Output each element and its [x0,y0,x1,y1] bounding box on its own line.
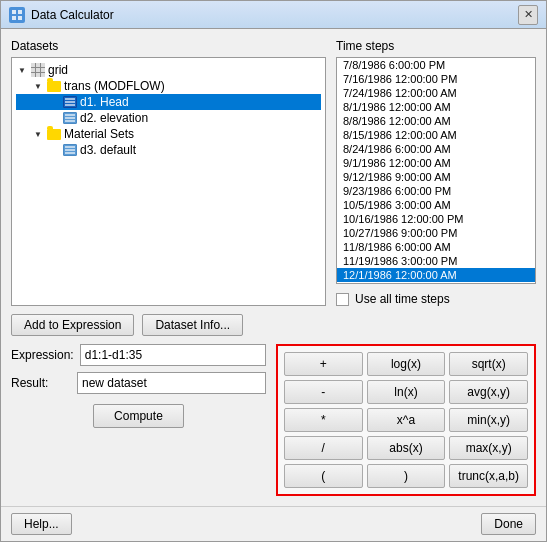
dataset-info-button[interactable]: Dataset Info... [142,314,243,336]
tree-item-trans[interactable]: ▼ trans (MODFLOW) [16,78,321,94]
timestep-item[interactable]: 7/8/1986 6:00:00 PM [337,58,535,72]
result-input[interactable] [77,372,266,394]
tree-label-trans: trans (MODFLOW) [64,79,165,93]
calc-btn-sqrtx[interactable]: sqrt(x) [449,352,528,376]
dataset-icon-d1 [63,95,77,109]
middle-section: Expression: Result: Compute +log(x)sqrt(… [11,344,536,496]
svg-rect-1 [18,10,22,14]
timestep-item[interactable]: 10/5/1986 3:00:00 AM [337,198,535,212]
expr-compute-panel: Expression: Result: Compute [11,344,266,428]
timestep-item[interactable]: 10/16/1986 12:00:00 PM [337,212,535,226]
tree-label-d2: d2. elevation [80,111,148,125]
calc-btn-maxxy[interactable]: max(x,y) [449,436,528,460]
calc-btn-[interactable]: ( [284,464,363,488]
svg-rect-9 [65,120,75,122]
svg-rect-4 [65,98,75,100]
calc-btn-[interactable]: ) [367,464,446,488]
calc-btn-absx[interactable]: abs(x) [367,436,446,460]
app-icon [9,7,25,23]
datasets-label: Datasets [11,39,326,53]
use-all-checkbox[interactable] [336,293,349,306]
tree-item-d2[interactable]: ▶ d2. elevation [16,110,321,126]
dataset-icon-d3 [63,143,77,157]
svg-rect-12 [65,152,75,154]
use-all-label: Use all time steps [355,292,450,306]
timestep-item[interactable]: 9/1/1986 12:00:00 AM [337,156,535,170]
folder-matsets-icon [47,129,61,140]
add-dataset-row: Add to Expression Dataset Info... [11,314,536,336]
timestep-item[interactable]: 12/1/1986 12:00:00 AM [337,268,535,282]
timestep-item[interactable]: 8/24/1986 6:00:00 AM [337,142,535,156]
main-content: Datasets ▼ grid [1,29,546,506]
calc-btn-minxy[interactable]: min(x,y) [449,408,528,432]
svg-rect-2 [12,16,16,20]
result-label: Result: [11,376,71,390]
footer: Help... Done [1,506,546,541]
calc-btn-[interactable]: / [284,436,363,460]
grid-icon [31,63,45,77]
timestep-item[interactable]: 7/16/1986 12:00:00 PM [337,72,535,86]
timestep-item[interactable]: 9/23/1986 6:00:00 PM [337,184,535,198]
svg-rect-5 [65,101,75,103]
tree-label-matsets: Material Sets [64,127,134,141]
title-bar-left: Data Calculator [9,7,114,23]
result-row: Result: [11,372,266,394]
expression-label: Expression: [11,348,74,362]
timestep-item[interactable]: 11/19/1986 3:00:00 PM [337,254,535,268]
svg-rect-11 [65,149,75,151]
calc-btn-truncxab[interactable]: trunc(x,a,b) [449,464,528,488]
grid-node-icon [31,63,45,77]
timestep-item[interactable]: 9/12/1986 9:00:00 AM [337,170,535,184]
datasets-tree[interactable]: ▼ grid ▼ [11,57,326,306]
timestep-item[interactable]: 8/8/1986 12:00:00 AM [337,114,535,128]
timestep-item[interactable]: 8/1/1986 12:00:00 AM [337,100,535,114]
timestep-item[interactable]: 11/8/1986 6:00:00 AM [337,240,535,254]
toggle-grid[interactable]: ▼ [16,64,28,76]
tree-label-grid: grid [48,63,68,77]
tree-label-d3: d3. default [80,143,136,157]
svg-rect-8 [65,117,75,119]
calc-btn-logx[interactable]: log(x) [367,352,446,376]
folder-node-icon [47,81,61,92]
timestep-item[interactable]: 8/15/1986 12:00:00 AM [337,128,535,142]
timestep-list[interactable]: 7/8/1986 6:00:00 PM7/16/1986 12:00:00 PM… [336,57,536,284]
timesteps-label: Time steps [336,39,536,53]
expression-input[interactable] [80,344,266,366]
calc-btn-xa[interactable]: x^a [367,408,446,432]
title-bar: Data Calculator ✕ [1,1,546,29]
calc-btn-[interactable]: + [284,352,363,376]
add-to-expression-button[interactable]: Add to Expression [11,314,134,336]
toggle-trans[interactable]: ▼ [32,80,44,92]
window-title: Data Calculator [31,8,114,22]
toggle-matsets[interactable]: ▼ [32,128,44,140]
top-section: Datasets ▼ grid [11,39,536,306]
calc-btn-[interactable]: * [284,408,363,432]
timestep-item[interactable]: 10/27/1986 9:00:00 PM [337,226,535,240]
svg-rect-10 [65,146,75,148]
calc-btn-avgxy[interactable]: avg(x,y) [449,380,528,404]
help-button[interactable]: Help... [11,513,72,535]
tree-item-d3[interactable]: ▶ d3. default [16,142,321,158]
close-button[interactable]: ✕ [518,5,538,25]
svg-rect-0 [12,10,16,14]
data-calculator-window: Data Calculator ✕ Datasets ▼ [0,0,547,542]
dataset-icon-d2 [63,111,77,125]
tree-item-d1[interactable]: ▶ d1. Head [16,94,321,110]
done-button[interactable]: Done [481,513,536,535]
timesteps-panel: Time steps 7/8/1986 6:00:00 PM7/16/1986 … [336,39,536,306]
folder-icon-matsets [47,127,61,141]
calc-btn-lnx[interactable]: ln(x) [367,380,446,404]
use-all-row: Use all time steps [336,292,536,306]
calc-btn-[interactable]: - [284,380,363,404]
compute-button[interactable]: Compute [93,404,184,428]
svg-rect-3 [18,16,22,20]
tree-label-d1: d1. Head [80,95,129,109]
svg-rect-7 [65,114,75,116]
timestep-item[interactable]: 7/24/1986 12:00:00 AM [337,86,535,100]
tree-item-grid[interactable]: ▼ grid [16,62,321,78]
expression-row: Expression: [11,344,266,366]
tree-item-matsets[interactable]: ▼ Material Sets [16,126,321,142]
svg-rect-6 [65,104,75,106]
calculator-panel: +log(x)sqrt(x)-ln(x)avg(x,y)*x^amin(x,y)… [276,344,536,496]
folder-icon-trans [47,79,61,93]
